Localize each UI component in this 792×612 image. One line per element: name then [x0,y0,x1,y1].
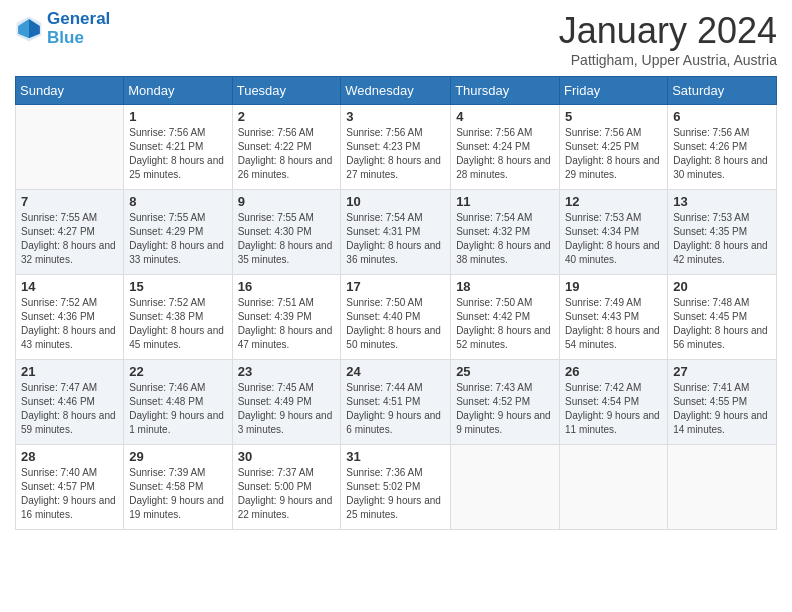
calendar-cell: 4 Sunrise: 7:56 AMSunset: 4:24 PMDayligh… [451,105,560,190]
day-info: Sunrise: 7:56 AMSunset: 4:26 PMDaylight:… [673,126,771,182]
header-cell-tuesday: Tuesday [232,77,341,105]
calendar-cell: 22 Sunrise: 7:46 AMSunset: 4:48 PMDaylig… [124,360,232,445]
calendar-cell [560,445,668,530]
day-number: 1 [129,109,226,124]
calendar-row: 1 Sunrise: 7:56 AMSunset: 4:21 PMDayligh… [16,105,777,190]
day-info: Sunrise: 7:56 AMSunset: 4:23 PMDaylight:… [346,126,445,182]
calendar-cell: 10 Sunrise: 7:54 AMSunset: 4:31 PMDaylig… [341,190,451,275]
day-info: Sunrise: 7:54 AMSunset: 4:32 PMDaylight:… [456,211,554,267]
day-number: 3 [346,109,445,124]
logo-text: General Blue [47,10,110,47]
day-info: Sunrise: 7:56 AMSunset: 4:21 PMDaylight:… [129,126,226,182]
day-info: Sunrise: 7:51 AMSunset: 4:39 PMDaylight:… [238,296,336,352]
calendar-cell: 27 Sunrise: 7:41 AMSunset: 4:55 PMDaylig… [668,360,777,445]
calendar-cell: 25 Sunrise: 7:43 AMSunset: 4:52 PMDaylig… [451,360,560,445]
calendar-header: SundayMondayTuesdayWednesdayThursdayFrid… [16,77,777,105]
calendar-cell: 14 Sunrise: 7:52 AMSunset: 4:36 PMDaylig… [16,275,124,360]
day-number: 15 [129,279,226,294]
day-number: 24 [346,364,445,379]
day-number: 23 [238,364,336,379]
calendar-cell: 21 Sunrise: 7:47 AMSunset: 4:46 PMDaylig… [16,360,124,445]
calendar-cell: 7 Sunrise: 7:55 AMSunset: 4:27 PMDayligh… [16,190,124,275]
day-number: 2 [238,109,336,124]
day-info: Sunrise: 7:47 AMSunset: 4:46 PMDaylight:… [21,381,118,437]
calendar-cell: 9 Sunrise: 7:55 AMSunset: 4:30 PMDayligh… [232,190,341,275]
day-info: Sunrise: 7:39 AMSunset: 4:58 PMDaylight:… [129,466,226,522]
day-info: Sunrise: 7:44 AMSunset: 4:51 PMDaylight:… [346,381,445,437]
calendar-cell: 13 Sunrise: 7:53 AMSunset: 4:35 PMDaylig… [668,190,777,275]
day-info: Sunrise: 7:56 AMSunset: 4:22 PMDaylight:… [238,126,336,182]
calendar-row: 28 Sunrise: 7:40 AMSunset: 4:57 PMDaylig… [16,445,777,530]
calendar-cell: 16 Sunrise: 7:51 AMSunset: 4:39 PMDaylig… [232,275,341,360]
calendar-cell [16,105,124,190]
calendar-cell: 1 Sunrise: 7:56 AMSunset: 4:21 PMDayligh… [124,105,232,190]
day-number: 9 [238,194,336,209]
calendar-cell: 11 Sunrise: 7:54 AMSunset: 4:32 PMDaylig… [451,190,560,275]
day-number: 5 [565,109,662,124]
day-number: 25 [456,364,554,379]
day-info: Sunrise: 7:48 AMSunset: 4:45 PMDaylight:… [673,296,771,352]
day-number: 19 [565,279,662,294]
day-number: 14 [21,279,118,294]
calendar-cell [668,445,777,530]
day-number: 26 [565,364,662,379]
title-area: January 2024 Pattigham, Upper Austria, A… [559,10,777,68]
calendar-cell: 18 Sunrise: 7:50 AMSunset: 4:42 PMDaylig… [451,275,560,360]
day-number: 17 [346,279,445,294]
month-title: January 2024 [559,10,777,52]
header-cell-friday: Friday [560,77,668,105]
day-info: Sunrise: 7:43 AMSunset: 4:52 PMDaylight:… [456,381,554,437]
calendar-cell: 24 Sunrise: 7:44 AMSunset: 4:51 PMDaylig… [341,360,451,445]
day-info: Sunrise: 7:52 AMSunset: 4:36 PMDaylight:… [21,296,118,352]
calendar-cell: 26 Sunrise: 7:42 AMSunset: 4:54 PMDaylig… [560,360,668,445]
day-number: 18 [456,279,554,294]
page-header: General Blue January 2024 Pattigham, Upp… [15,10,777,68]
day-number: 20 [673,279,771,294]
day-info: Sunrise: 7:40 AMSunset: 4:57 PMDaylight:… [21,466,118,522]
day-info: Sunrise: 7:49 AMSunset: 4:43 PMDaylight:… [565,296,662,352]
day-number: 28 [21,449,118,464]
day-info: Sunrise: 7:45 AMSunset: 4:49 PMDaylight:… [238,381,336,437]
calendar-cell: 20 Sunrise: 7:48 AMSunset: 4:45 PMDaylig… [668,275,777,360]
day-number: 7 [21,194,118,209]
calendar-cell: 31 Sunrise: 7:36 AMSunset: 5:02 PMDaylig… [341,445,451,530]
day-info: Sunrise: 7:55 AMSunset: 4:27 PMDaylight:… [21,211,118,267]
day-info: Sunrise: 7:41 AMSunset: 4:55 PMDaylight:… [673,381,771,437]
day-number: 8 [129,194,226,209]
day-info: Sunrise: 7:42 AMSunset: 4:54 PMDaylight:… [565,381,662,437]
calendar-table: SundayMondayTuesdayWednesdayThursdayFrid… [15,76,777,530]
calendar-cell: 17 Sunrise: 7:50 AMSunset: 4:40 PMDaylig… [341,275,451,360]
calendar-cell: 30 Sunrise: 7:37 AMSunset: 5:00 PMDaylig… [232,445,341,530]
day-info: Sunrise: 7:54 AMSunset: 4:31 PMDaylight:… [346,211,445,267]
day-number: 6 [673,109,771,124]
day-number: 10 [346,194,445,209]
day-number: 31 [346,449,445,464]
day-info: Sunrise: 7:55 AMSunset: 4:29 PMDaylight:… [129,211,226,267]
day-number: 16 [238,279,336,294]
header-cell-saturday: Saturday [668,77,777,105]
calendar-cell: 28 Sunrise: 7:40 AMSunset: 4:57 PMDaylig… [16,445,124,530]
day-number: 11 [456,194,554,209]
calendar-cell: 2 Sunrise: 7:56 AMSunset: 4:22 PMDayligh… [232,105,341,190]
day-number: 27 [673,364,771,379]
day-number: 30 [238,449,336,464]
location-subtitle: Pattigham, Upper Austria, Austria [559,52,777,68]
calendar-cell: 6 Sunrise: 7:56 AMSunset: 4:26 PMDayligh… [668,105,777,190]
day-info: Sunrise: 7:46 AMSunset: 4:48 PMDaylight:… [129,381,226,437]
day-info: Sunrise: 7:50 AMSunset: 4:42 PMDaylight:… [456,296,554,352]
logo: General Blue [15,10,110,47]
day-info: Sunrise: 7:50 AMSunset: 4:40 PMDaylight:… [346,296,445,352]
day-info: Sunrise: 7:53 AMSunset: 4:34 PMDaylight:… [565,211,662,267]
calendar-row: 7 Sunrise: 7:55 AMSunset: 4:27 PMDayligh… [16,190,777,275]
day-number: 21 [21,364,118,379]
day-info: Sunrise: 7:36 AMSunset: 5:02 PMDaylight:… [346,466,445,522]
day-number: 4 [456,109,554,124]
header-cell-thursday: Thursday [451,77,560,105]
day-info: Sunrise: 7:55 AMSunset: 4:30 PMDaylight:… [238,211,336,267]
day-number: 29 [129,449,226,464]
calendar-cell: 15 Sunrise: 7:52 AMSunset: 4:38 PMDaylig… [124,275,232,360]
header-cell-wednesday: Wednesday [341,77,451,105]
calendar-cell: 12 Sunrise: 7:53 AMSunset: 4:34 PMDaylig… [560,190,668,275]
header-row: SundayMondayTuesdayWednesdayThursdayFrid… [16,77,777,105]
calendar-cell: 8 Sunrise: 7:55 AMSunset: 4:29 PMDayligh… [124,190,232,275]
